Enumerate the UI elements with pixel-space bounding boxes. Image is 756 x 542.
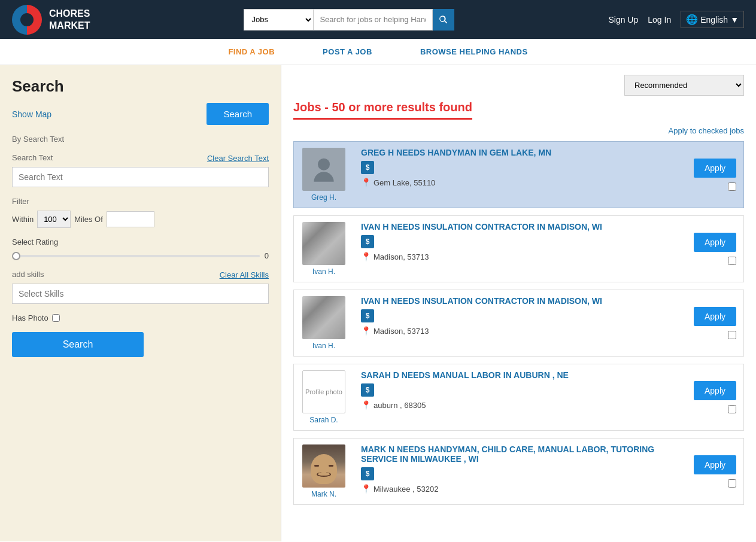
search-text-input[interactable] (12, 167, 269, 187)
apply-button[interactable]: Apply (694, 455, 736, 474)
job-location: 📍 Madison, 53713 (361, 252, 679, 261)
skills-section: add skills Clear All Skills (12, 270, 269, 304)
person-name: Ivan H. (312, 267, 335, 276)
language-selector[interactable]: 🌐 English ▼ (681, 11, 744, 28)
header-left: CHORES MARKET (12, 5, 90, 35)
rating-value: 0 (265, 251, 269, 260)
main-search-bar: Jobs Helping Hand (244, 9, 454, 31)
add-skills-label: add skills (12, 270, 44, 279)
job-card-body: IVAN H NEEDS INSULATION CONTRACTOR IN MA… (354, 290, 687, 356)
within-row: Within 1005025105 Miles Of 560018 (12, 211, 269, 228)
job-title[interactable]: MARK N NEEDS HANDYMAN, CHILD CARE, MANUA… (361, 444, 679, 464)
location-pin-icon: 📍 (361, 252, 371, 261)
location-text: auburn , 68305 (374, 401, 426, 410)
svg-point-0 (318, 159, 330, 170)
job-checkbox[interactable] (728, 182, 736, 191)
job-title[interactable]: GREG H NEEDS HANDYMAN IN GEM LAKE, MN (361, 148, 679, 157)
job-card: Profile photo Sarah D. SARAH D NEEDS MAN… (293, 364, 744, 431)
main-nav: FIND A JOB POST A JOB BROWSE HELPING HAN… (0, 39, 756, 65)
profile-photo (302, 148, 345, 191)
globe-icon: 🌐 (686, 14, 698, 25)
search-button-main[interactable] (433, 9, 454, 31)
location-text: Madison, 53713 (374, 252, 429, 261)
has-photo-row: Has Photo (12, 313, 269, 322)
insulation-image (302, 222, 345, 265)
apply-button[interactable]: Apply (694, 159, 736, 178)
job-checkbox[interactable] (728, 331, 736, 339)
sort-select[interactable]: Recommended Newest Oldest (624, 75, 744, 96)
logo-line1: CHORES (49, 8, 90, 19)
filter-label: Filter (12, 197, 269, 206)
clear-all-skills-link[interactable]: Clear All Skills (220, 270, 269, 279)
logo-text: CHORES MARKET (49, 8, 90, 31)
location-text: Madison, 53713 (374, 327, 429, 336)
content-top-row: Recommended Newest Oldest (293, 75, 744, 96)
profile-photo-placeholder-text: Profile photo (305, 388, 342, 396)
has-photo-label: Has Photo (12, 313, 48, 322)
search-text-section: Search Text Clear Search Text (12, 153, 269, 187)
slider-thumb[interactable] (12, 252, 20, 260)
location-pin-icon: 📍 (361, 326, 371, 336)
dollar-badge: $ (361, 161, 374, 174)
job-card: Mark N. MARK N NEEDS HANDYMAN, CHILD CAR… (293, 438, 744, 505)
job-card-body: MARK N NEEDS HANDYMAN, CHILD CARE, MANUA… (354, 439, 687, 504)
job-card-photo: Ivan H. (294, 290, 354, 356)
nav-post-job[interactable]: POST A JOB (323, 47, 372, 56)
rating-slider-track (12, 255, 260, 257)
slider-fill (12, 255, 260, 257)
nav-find-job[interactable]: FIND A JOB (228, 47, 275, 56)
job-card-body: SARAH D NEEDS MANUAL LABOR IN AUBURN , N… (354, 364, 687, 430)
apply-button[interactable]: Apply (694, 307, 736, 326)
profile-photo (302, 296, 345, 339)
job-card-photo: Mark N. (294, 439, 354, 504)
nav-browse[interactable]: BROWSE HELPING HANDS (420, 47, 528, 56)
job-title[interactable]: SARAH D NEEDS MANUAL LABOR IN AUBURN , N… (361, 370, 679, 380)
job-card: Greg H. GREG H NEEDS HANDYMAN IN GEM LAK… (293, 141, 744, 208)
profile-photo (302, 444, 345, 488)
by-search-text-label: By Search Text (12, 135, 269, 144)
apply-button[interactable]: Apply (694, 381, 736, 400)
login-link[interactable]: Log In (648, 15, 671, 25)
results-title: Jobs - 50 or more results found (293, 101, 472, 120)
dollar-badge: $ (361, 467, 374, 480)
profile-photo: Profile photo (302, 370, 345, 413)
sidebar-top-row: Show Map Search (12, 103, 269, 125)
job-checkbox[interactable] (728, 405, 736, 413)
search-button-bottom[interactable]: Search (12, 332, 144, 357)
signup-link[interactable]: Sign Up (608, 15, 638, 25)
location-text: Milwaukee , 53202 (374, 485, 438, 494)
rating-section: Select Rating 0 (12, 237, 269, 260)
job-location: 📍 auburn , 68305 (361, 400, 679, 410)
search-type-select[interactable]: Jobs Helping Hand (244, 9, 313, 31)
job-title[interactable]: IVAN H NEEDS INSULATION CONTRACTOR IN MA… (361, 222, 679, 232)
miles-select[interactable]: 1005025105 (37, 211, 71, 228)
chevron-down-icon: ▼ (730, 15, 739, 25)
miles-of-label: Miles Of (74, 215, 103, 224)
content-area: Recommended Newest Oldest Jobs - 50 or m… (281, 65, 756, 541)
apply-checked-link[interactable]: Apply to checked jobs (669, 126, 744, 135)
search-input[interactable] (313, 9, 433, 31)
logo-icon (12, 5, 42, 35)
by-search-text-section: By Search Text (12, 135, 269, 144)
skills-input[interactable] (12, 284, 269, 304)
location-pin-icon: 📍 (361, 178, 371, 187)
job-card-right: Apply (687, 290, 743, 356)
person-name: Greg H. (311, 193, 336, 202)
job-card-photo: Ivan H. (294, 216, 354, 282)
apply-button[interactable]: Apply (694, 233, 736, 252)
job-checkbox[interactable] (728, 257, 736, 265)
has-photo-checkbox[interactable] (52, 314, 60, 322)
job-checkbox[interactable] (728, 479, 736, 488)
show-map-link[interactable]: Show Map (12, 109, 51, 119)
profile-photo (302, 222, 345, 265)
dollar-badge: $ (361, 309, 374, 322)
job-title[interactable]: IVAN H NEEDS INSULATION CONTRACTOR IN MA… (361, 296, 679, 306)
person-name: Mark N. (311, 490, 336, 498)
job-card-photo: Profile photo Sarah D. (294, 364, 354, 430)
zip-input[interactable]: 560018 (107, 211, 154, 227)
search-button-sidebar[interactable]: Search (207, 103, 269, 125)
rating-label: Select Rating (12, 237, 269, 246)
clear-search-text-link[interactable]: Clear Search Text (207, 154, 269, 163)
person-silhouette (302, 148, 345, 191)
job-location: 📍 Madison, 53713 (361, 326, 679, 336)
